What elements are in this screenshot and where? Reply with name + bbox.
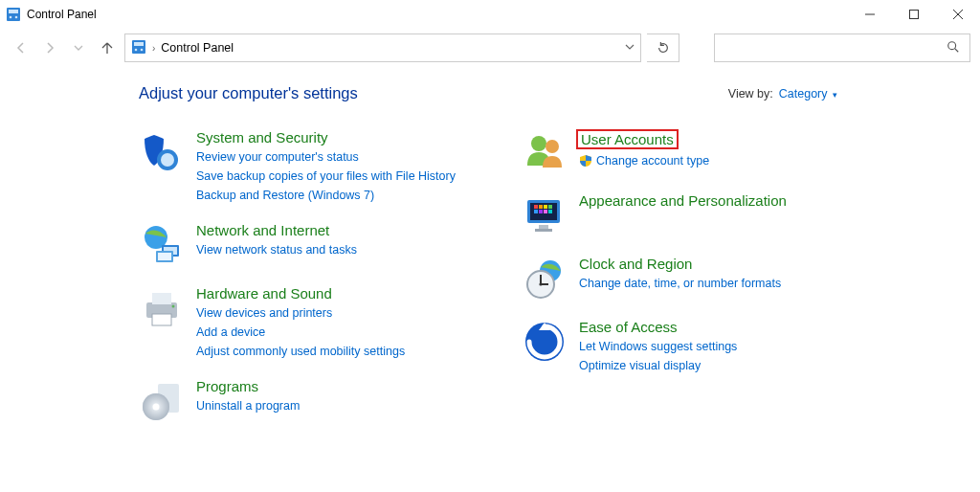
svg-rect-41 bbox=[544, 210, 547, 213]
category-appearance: Appearance and Personalization bbox=[522, 192, 866, 238]
svg-point-47 bbox=[539, 282, 542, 285]
category-title[interactable]: System and Security bbox=[196, 129, 328, 145]
sublink[interactable]: Save backup copies of your files with Fi… bbox=[196, 167, 456, 186]
svg-point-12 bbox=[948, 41, 956, 49]
svg-rect-9 bbox=[134, 42, 144, 46]
viewby-dropdown[interactable]: Category ▾ bbox=[779, 87, 837, 101]
disc-box-icon bbox=[139, 378, 185, 424]
category-title[interactable]: Network and Internet bbox=[196, 222, 329, 238]
svg-rect-37 bbox=[544, 205, 547, 209]
right-column: User Accounts Change account type bbox=[522, 129, 866, 441]
sublink[interactable]: Change account type bbox=[596, 151, 709, 170]
svg-point-28 bbox=[153, 404, 160, 411]
svg-point-29 bbox=[531, 136, 546, 151]
sublink[interactable]: View network status and tasks bbox=[196, 240, 357, 259]
svg-point-3 bbox=[15, 16, 18, 19]
control-panel-icon bbox=[6, 7, 21, 22]
sublink[interactable]: Uninstall a program bbox=[196, 396, 300, 415]
svg-rect-40 bbox=[539, 210, 543, 213]
viewby-value-text: Category bbox=[779, 87, 828, 101]
svg-line-13 bbox=[955, 48, 959, 52]
printer-icon bbox=[139, 285, 185, 331]
svg-rect-20 bbox=[158, 253, 171, 260]
category-title[interactable]: Appearance and Personalization bbox=[579, 192, 787, 209]
sublink[interactable]: Add a device bbox=[196, 323, 405, 342]
forward-button[interactable] bbox=[38, 36, 61, 59]
svg-point-30 bbox=[546, 140, 559, 153]
window-title: Control Panel bbox=[27, 8, 97, 21]
chevron-down-icon[interactable] bbox=[625, 42, 635, 54]
category-user-accounts: User Accounts Change account type bbox=[522, 129, 866, 175]
category-programs: Programs Uninstall a program bbox=[139, 378, 483, 424]
category-title[interactable]: Clock and Region bbox=[579, 256, 692, 272]
svg-rect-23 bbox=[152, 314, 171, 325]
clock-globe-icon bbox=[522, 256, 568, 302]
svg-rect-39 bbox=[534, 210, 538, 213]
titlebar: Control Panel bbox=[0, 0, 980, 29]
category-title-user-accounts[interactable]: User Accounts bbox=[576, 129, 679, 149]
svg-rect-33 bbox=[539, 225, 548, 229]
content-area: Adjust your computer's settings View by:… bbox=[0, 67, 980, 441]
svg-rect-42 bbox=[548, 210, 552, 213]
search-input[interactable] bbox=[714, 34, 970, 62]
category-ease-of-access: Ease of Access Let Windows suggest setti… bbox=[522, 319, 866, 375]
svg-rect-22 bbox=[152, 293, 171, 304]
users-icon bbox=[522, 129, 568, 175]
close-button[interactable] bbox=[936, 0, 980, 29]
svg-rect-5 bbox=[910, 11, 919, 19]
category-clock-region: Clock and Region Change date, time, or n… bbox=[522, 256, 866, 302]
maximize-button[interactable] bbox=[892, 0, 936, 29]
control-panel-icon-small bbox=[131, 39, 146, 57]
svg-point-10 bbox=[135, 48, 138, 51]
sublink[interactable]: View devices and printers bbox=[196, 303, 405, 323]
category-title[interactable]: Ease of Access bbox=[579, 319, 678, 335]
address-bar[interactable]: › Control Panel bbox=[124, 34, 641, 62]
category-network-internet: Network and Internet View network status… bbox=[139, 222, 483, 268]
left-column: System and Security Review your computer… bbox=[139, 129, 483, 441]
sublink[interactable]: Optimize visual display bbox=[579, 356, 737, 375]
breadcrumb[interactable]: Control Panel bbox=[161, 41, 234, 55]
category-title[interactable]: Hardware and Sound bbox=[196, 285, 332, 302]
svg-rect-36 bbox=[539, 205, 543, 209]
minimize-button[interactable] bbox=[848, 0, 892, 29]
sublink[interactable]: Change date, time, or number formats bbox=[579, 274, 781, 293]
shield-monitor-icon bbox=[139, 129, 185, 175]
chevron-right-icon: › bbox=[152, 43, 155, 54]
uac-shield-icon bbox=[579, 154, 592, 168]
monitor-palette-icon bbox=[522, 192, 568, 238]
chevron-down-icon: ▾ bbox=[833, 90, 837, 100]
svg-rect-34 bbox=[535, 229, 552, 232]
recent-dropdown[interactable] bbox=[67, 36, 90, 59]
category-title[interactable]: Programs bbox=[196, 378, 258, 394]
sublink[interactable]: Let Windows suggest settings bbox=[579, 337, 737, 356]
svg-point-2 bbox=[10, 16, 12, 19]
category-system-security: System and Security Review your computer… bbox=[139, 129, 483, 205]
sublink[interactable]: Adjust commonly used mobility settings bbox=[196, 342, 405, 361]
refresh-button[interactable] bbox=[647, 34, 679, 62]
viewby-label: View by: bbox=[728, 87, 773, 101]
svg-rect-38 bbox=[548, 205, 552, 209]
ease-of-access-icon bbox=[522, 319, 568, 365]
up-button[interactable] bbox=[96, 36, 119, 59]
globe-network-icon bbox=[139, 222, 185, 268]
svg-rect-1 bbox=[9, 10, 18, 13]
search-icon bbox=[947, 40, 960, 56]
svg-point-11 bbox=[141, 48, 144, 51]
svg-point-15 bbox=[161, 153, 174, 167]
svg-rect-35 bbox=[534, 205, 538, 209]
back-button[interactable] bbox=[10, 36, 33, 59]
page-heading: Adjust your computer's settings bbox=[139, 84, 358, 102]
svg-point-24 bbox=[172, 305, 175, 308]
sublink[interactable]: Review your computer's status bbox=[196, 147, 456, 167]
sublink[interactable]: Backup and Restore (Windows 7) bbox=[196, 186, 456, 205]
category-hardware-sound: Hardware and Sound View devices and prin… bbox=[139, 285, 483, 361]
nav-row: › Control Panel bbox=[0, 29, 980, 67]
